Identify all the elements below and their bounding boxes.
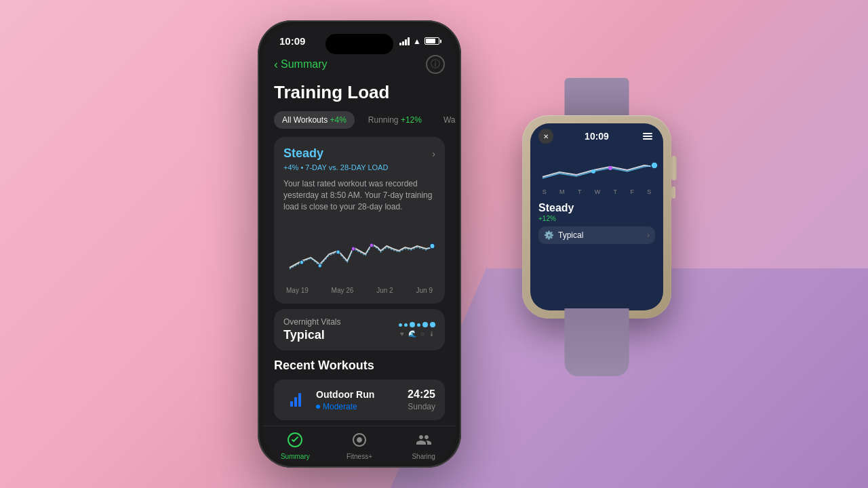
info-icon: ⓘ bbox=[431, 58, 440, 70]
svg-point-2 bbox=[351, 247, 355, 251]
svg-point-5 bbox=[300, 260, 303, 264]
sharing-tab-icon bbox=[416, 432, 432, 451]
filter-tab-walking-label: Walking bbox=[443, 115, 456, 125]
watch-time: 10:09 bbox=[585, 131, 609, 142]
watch-typical-row[interactable]: ⚙️ Typical › bbox=[538, 226, 655, 244]
watch-training-badge: +12% bbox=[538, 215, 655, 222]
vitals-card[interactable]: Overnight Vitals Typical ♥ 🌊 bbox=[274, 309, 445, 350]
workout-day: Sunday bbox=[408, 402, 435, 411]
fitness-tab-label: Fitness+ bbox=[347, 453, 372, 460]
wifi-icon: ▲ bbox=[413, 37, 421, 46]
watch-day-W: W bbox=[595, 188, 601, 195]
watch-vitals-icon: ⚙️ bbox=[544, 230, 554, 240]
workout-bars-icon bbox=[290, 393, 301, 407]
vitals-dots bbox=[399, 322, 435, 327]
training-chart bbox=[283, 220, 435, 281]
tab-bar: Summary Fitness+ bbox=[263, 426, 456, 462]
watch-crown bbox=[671, 156, 677, 180]
training-status-label: Steady bbox=[283, 146, 323, 161]
training-status-row: Steady › bbox=[283, 146, 435, 161]
training-subtitle: +4% • 7-DAY vs. 28-DAY LOAD bbox=[283, 163, 435, 171]
watch-close-icon: ✕ bbox=[543, 133, 549, 140]
intensity-label: Moderate bbox=[323, 402, 357, 411]
watch-status-bar: ✕ 10:09 bbox=[530, 123, 663, 146]
workout-details: Outdoor Run Moderate bbox=[316, 389, 399, 411]
info-button[interactable]: ⓘ bbox=[426, 55, 445, 74]
vitals-right: ♥ 🌊 ○ 🌡 bbox=[399, 322, 435, 338]
watch-training-chart bbox=[530, 146, 663, 187]
breath-icon: 🌊 bbox=[408, 330, 416, 338]
filter-tab-all-badge: +4% bbox=[330, 115, 346, 125]
svg-point-1 bbox=[370, 243, 373, 247]
recent-workouts-section: Recent Workouts Outdoor Run Moder bbox=[263, 350, 456, 426]
dynamic-island bbox=[326, 34, 393, 54]
recent-workouts-title: Recent Workouts bbox=[274, 359, 445, 373]
vitals-dot-3 bbox=[410, 322, 415, 327]
watch-screen: ✕ 10:09 bbox=[530, 123, 663, 310]
apple-watch: ✕ 10:09 bbox=[522, 115, 671, 319]
signal-icon bbox=[399, 37, 410, 45]
watch-day-F: F bbox=[630, 188, 634, 195]
vitals-dot-2 bbox=[404, 323, 408, 327]
filter-tab-running-badge: +12% bbox=[401, 115, 422, 125]
chart-label-3: Jun 2 bbox=[376, 287, 393, 294]
watch-vitals-label: Typical bbox=[558, 230, 583, 240]
chart-label-1: May 19 bbox=[286, 287, 309, 294]
filter-tab-all-workouts[interactable]: All Workouts +4% bbox=[274, 111, 355, 129]
training-card: Steady › +4% • 7-DAY vs. 28-DAY LOAD You… bbox=[274, 137, 445, 304]
menu-line-1 bbox=[643, 133, 652, 134]
training-chevron-icon: › bbox=[432, 148, 435, 159]
watch-status-section: Steady +12% ⚙️ Typical › bbox=[530, 197, 663, 247]
page-title: Training Load bbox=[263, 79, 456, 111]
back-label: Summary bbox=[281, 58, 327, 70]
filter-tabs: All Workouts +4% Running +12% Walking bbox=[263, 111, 456, 137]
filter-tab-walking[interactable]: Walking bbox=[435, 111, 456, 129]
vitals-left: Overnight Vitals Typical bbox=[283, 317, 341, 342]
filter-tab-running[interactable]: Running +12% bbox=[360, 111, 430, 129]
o2-icon: ○ bbox=[420, 330, 425, 338]
tab-summary[interactable]: Summary bbox=[275, 432, 315, 460]
workout-item[interactable]: Outdoor Run Moderate 24:25 Sunday bbox=[274, 380, 445, 420]
watch-typical-left: ⚙️ Typical bbox=[544, 230, 583, 240]
watch-case: ✕ 10:09 bbox=[522, 115, 671, 319]
chart-label-4: Jun 9 bbox=[416, 287, 433, 294]
watch-button bbox=[671, 186, 675, 199]
back-button[interactable]: ‹ Summary bbox=[274, 58, 327, 72]
watch-day-S1: S bbox=[542, 188, 547, 195]
vitals-section-label: Overnight Vitals bbox=[283, 317, 341, 327]
watch-close-button[interactable]: ✕ bbox=[538, 129, 553, 144]
iphone-screen: 10:09 ▲ ‹ Su bbox=[263, 26, 456, 462]
tab-fitness-plus[interactable]: Fitness+ bbox=[339, 432, 380, 460]
intensity-dot-icon bbox=[316, 405, 320, 409]
heart-icon: ♥ bbox=[400, 330, 404, 338]
temp-icon: 🌡 bbox=[429, 330, 435, 338]
status-time: 10:09 bbox=[279, 35, 305, 47]
watch-day-S2: S bbox=[647, 188, 651, 195]
workout-duration: 24:25 bbox=[408, 388, 435, 401]
watch-day-T2: T bbox=[614, 188, 618, 195]
iphone-inner: 10:09 ▲ ‹ Su bbox=[263, 26, 456, 462]
vitals-dot-1 bbox=[399, 323, 402, 327]
menu-line-3 bbox=[643, 138, 652, 140]
watch-day-M: M bbox=[559, 188, 565, 195]
workout-right: 24:25 Sunday bbox=[408, 388, 435, 411]
watch-band-bottom bbox=[565, 308, 629, 376]
svg-point-9 bbox=[591, 169, 595, 174]
training-description: Your last rated workout was recorded yes… bbox=[283, 178, 435, 212]
vitals-value: Typical bbox=[283, 328, 341, 342]
svg-point-8 bbox=[608, 166, 612, 170]
watch-day-T1: T bbox=[578, 188, 582, 195]
filter-tab-all-label: All Workouts bbox=[282, 115, 330, 125]
iphone-device: 10:09 ▲ ‹ Su bbox=[258, 20, 461, 468]
summary-tab-label: Summary bbox=[281, 453, 310, 460]
workout-name: Outdoor Run bbox=[316, 389, 399, 400]
tab-sharing[interactable]: Sharing bbox=[403, 432, 444, 460]
watch-menu-button[interactable] bbox=[640, 129, 655, 144]
watch-day-labels: S M T W T F S bbox=[530, 187, 663, 197]
vitals-dot-5 bbox=[422, 322, 428, 327]
vitals-metric-icons: ♥ 🌊 ○ 🌡 bbox=[400, 330, 435, 338]
svg-point-7 bbox=[651, 162, 658, 169]
watch-typical-chevron-icon: › bbox=[647, 230, 650, 240]
status-icons: ▲ bbox=[399, 37, 439, 46]
summary-tab-icon bbox=[287, 432, 303, 451]
